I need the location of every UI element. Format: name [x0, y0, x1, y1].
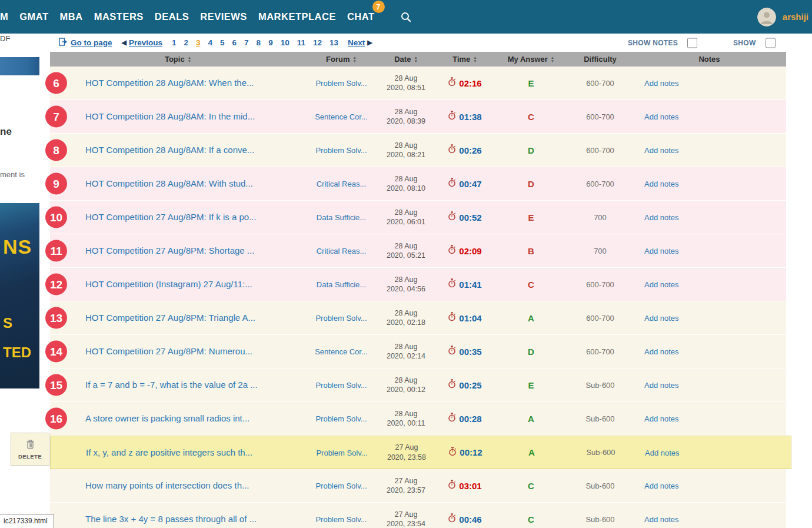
nav-item-marketplace[interactable]: MARKETPLACE	[258, 11, 336, 22]
table-row[interactable]: 12 HOT Competition (Instagram) 27 Aug/11…	[50, 268, 786, 301]
next-arrow-icon	[367, 39, 372, 47]
page-number-2[interactable]: 2	[184, 38, 189, 47]
forum-cell: Critical Reas...	[306, 178, 377, 189]
go-to-page[interactable]: Go to page	[59, 38, 112, 48]
topic-link[interactable]: HOT Competition 28 Aug/8AM: If a conve..…	[85, 145, 254, 155]
page-number-9[interactable]: 9	[268, 38, 273, 47]
table-row[interactable]: 7 HOT Competition 28 Aug/8AM: In the mid…	[50, 100, 786, 134]
nav-item-reviews[interactable]: REVIEWS	[200, 11, 247, 22]
add-notes-link[interactable]: Add notes	[645, 449, 680, 457]
table-row[interactable]: The line 3x + 4y = 8 passes through all …	[50, 503, 786, 528]
add-notes-link[interactable]: Add notes	[644, 414, 679, 423]
topic-link[interactable]: HOT Competition 27 Aug/8PM: Shortage ...	[85, 245, 254, 255]
page-number-10[interactable]: 10	[281, 38, 289, 47]
page-number-13[interactable]: 13	[330, 38, 338, 47]
table-row[interactable]: 10 HOT Competition 27 Aug/8PM: If k is a…	[50, 201, 786, 234]
search-icon[interactable]	[400, 11, 412, 23]
notes-cell: Add notes	[633, 447, 791, 458]
forum-link[interactable]: Problem Solv...	[316, 449, 367, 457]
topic-link[interactable]: A store owner is packing small radios in…	[85, 413, 249, 423]
nav-item-forum-partial[interactable]: M	[0, 11, 8, 22]
page-number-12[interactable]: 12	[313, 38, 322, 47]
date-cell: 28 Aug 2020, 04:56	[377, 275, 435, 294]
page-number-11[interactable]: 11	[297, 38, 305, 47]
forum-link[interactable]: Critical Reas...	[317, 247, 367, 255]
nav-item-mba[interactable]: MBA	[60, 11, 83, 22]
table-row[interactable]: How many points of intersection does th.…	[50, 469, 786, 503]
page-number-6[interactable]: 6	[232, 38, 237, 47]
ad-banner[interactable]: NS S TED	[0, 203, 39, 388]
nav-item-deals[interactable]: DEALS	[155, 11, 189, 22]
forum-link[interactable]: Problem Solv...	[315, 314, 367, 323]
table-row[interactable]: 15 If a = 7 and b = -7, what is the valu…	[50, 368, 786, 402]
topic-link[interactable]: HOT Competition 28 Aug/8AM: When the...	[85, 78, 254, 88]
nav-item-gmat[interactable]: GMAT	[19, 11, 48, 22]
page-number-1[interactable]: 1	[172, 38, 177, 47]
username[interactable]: arshiji	[783, 12, 808, 22]
nav-item-chat[interactable]: CHAT 7	[347, 11, 375, 22]
page-number-3[interactable]: 3	[196, 38, 201, 47]
topic-link[interactable]: HOT Competition 28 Aug/8AM: With stud...	[85, 178, 253, 188]
header-forum[interactable]: Forum	[306, 55, 377, 64]
topic-link[interactable]: If x, y, and z are positive integers suc…	[86, 447, 252, 457]
forum-link[interactable]: Problem Solv...	[315, 381, 367, 390]
forum-link[interactable]: Critical Reas...	[317, 180, 367, 188]
forum-link[interactable]: Problem Solv...	[315, 414, 367, 423]
table-row[interactable]: 9 HOT Competition 28 Aug/8AM: With stud.…	[50, 167, 786, 201]
table-row[interactable]: 8 HOT Competition 28 Aug/8AM: If a conve…	[50, 134, 786, 167]
add-notes-link[interactable]: Add notes	[644, 381, 679, 390]
topic-link[interactable]: HOT Competition 28 Aug/8AM: In the mid..…	[85, 111, 255, 121]
show-notes-checkbox[interactable]	[687, 38, 697, 48]
page-number-4[interactable]: 4	[208, 38, 213, 47]
table-row[interactable]: 6 HOT Competition 28 Aug/8AM: When the..…	[50, 67, 786, 100]
delete-button[interactable]: DELETE	[11, 433, 49, 466]
forum-link[interactable]: Problem Solv...	[315, 79, 367, 88]
add-notes-link[interactable]: Add notes	[644, 481, 679, 490]
stopwatch-icon	[448, 379, 456, 391]
avatar[interactable]	[757, 8, 776, 26]
nav-item-masters[interactable]: MASTERS	[94, 11, 144, 22]
add-notes-link[interactable]: Add notes	[644, 112, 679, 121]
table-row[interactable]: 16 A store owner is packing small radios…	[50, 402, 786, 436]
page-number-8[interactable]: 8	[257, 38, 261, 47]
topic-link[interactable]: HOT Competition 27 Aug/8PM: If k is a po…	[85, 212, 257, 222]
add-notes-link[interactable]: Add notes	[644, 180, 679, 188]
forum-link[interactable]: Data Sufficie...	[317, 280, 366, 289]
page-number-5[interactable]: 5	[220, 38, 225, 47]
topic-link[interactable]: How many points of intersection does th.…	[85, 480, 249, 490]
next-page-link[interactable]: Next	[348, 38, 372, 47]
previous-page-link[interactable]: Previous	[122, 38, 163, 47]
topic-link[interactable]: HOT Competition (Instagram) 27 Aug/11:..…	[85, 279, 252, 289]
forum-link[interactable]: Problem Solv...	[315, 515, 367, 524]
forum-link[interactable]: Problem Solv...	[315, 146, 367, 155]
topic-link[interactable]: HOT Competition 27 Aug/8PM: Numerou...	[85, 346, 252, 356]
add-notes-link[interactable]: Add notes	[644, 79, 679, 88]
header-time[interactable]: Time	[435, 55, 494, 64]
add-notes-link[interactable]: Add notes	[644, 247, 679, 255]
forum-link[interactable]: Problem Solv...	[315, 481, 367, 490]
sidebar-blue-banner[interactable]	[0, 57, 39, 75]
add-notes-link[interactable]: Add notes	[644, 146, 679, 155]
add-notes-link[interactable]: Add notes	[644, 515, 679, 524]
my-answer: C	[494, 112, 568, 122]
table-row[interactable]: 13 HOT Competition 27 Aug/8PM: Triangle …	[50, 301, 786, 335]
add-notes-link[interactable]: Add notes	[644, 347, 679, 356]
forum-link[interactable]: Sentence Cor...	[315, 112, 368, 121]
forum-link[interactable]: Data Sufficie...	[317, 213, 366, 222]
add-notes-link[interactable]: Add notes	[644, 213, 679, 222]
header-topic[interactable]: Topic	[50, 55, 306, 64]
topic-link[interactable]: HOT Competition 27 Aug/8PM: Triangle A..…	[85, 313, 255, 323]
difficulty-value: 600-700	[568, 79, 633, 88]
add-notes-link[interactable]: Add notes	[644, 280, 679, 289]
topic-link[interactable]: The line 3x + 4y = 8 passes through all …	[85, 514, 257, 524]
table-row[interactable]: 14 HOT Competition 27 Aug/8PM: Numerou..…	[50, 335, 786, 368]
add-notes-link[interactable]: Add notes	[644, 314, 679, 323]
header-date[interactable]: Date	[377, 55, 435, 64]
page-number-7[interactable]: 7	[244, 38, 249, 47]
topic-link[interactable]: If a = 7 and b = -7, what is the value o…	[85, 380, 258, 390]
table-row[interactable]: 11 HOT Competition 27 Aug/8PM: Shortage …	[50, 234, 786, 268]
show-checkbox[interactable]	[766, 38, 776, 48]
forum-link[interactable]: Sentence Cor...	[315, 347, 368, 356]
table-row[interactable]: If x, y, and z are positive integers suc…	[50, 436, 791, 469]
header-my-answer[interactable]: My Answer	[494, 55, 568, 64]
